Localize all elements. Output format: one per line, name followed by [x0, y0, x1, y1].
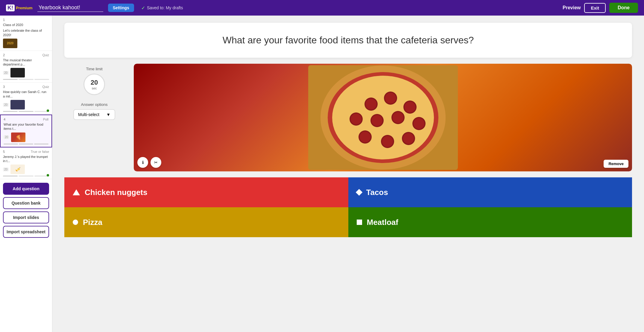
middle-section: Time limit 20 sec Answer options Multi-s…: [64, 64, 632, 171]
slide-num-badge-2: 20: [3, 71, 9, 75]
progress-bars-4: [4, 144, 48, 144]
svg-point-19: [360, 132, 370, 142]
pizza-svg: [308, 65, 458, 170]
slide-title-3: How quickly can Sarah C. run a mil...: [3, 90, 49, 98]
time-limit-label: Time limit: [86, 67, 102, 71]
progress-bars-5: [3, 176, 49, 176]
saved-status-text: Saved to: My drafts: [147, 5, 183, 10]
slide-item-5[interactable]: 5 True or false Jeremy J.'s played the t…: [0, 147, 52, 179]
preview-button[interactable]: Preview: [563, 5, 581, 10]
svg-point-9: [405, 102, 415, 112]
slide-thumb-4: 20 🍕: [4, 133, 48, 142]
top-right-actions: Preview Exit Done: [563, 3, 638, 13]
slide-item-3[interactable]: 3 Quiz How quickly can Sarah C. run a mi…: [0, 83, 52, 115]
answer-box-c[interactable]: Pizza: [64, 207, 348, 237]
slide-num-3: 3: [3, 85, 5, 89]
slide-thumb-1: 2020: [3, 39, 17, 48]
slide-type-2: Quiz: [42, 53, 49, 57]
svg-point-7: [385, 93, 396, 103]
add-question-button[interactable]: Add question: [3, 183, 49, 195]
question-image: ℹ ✂ Remove: [134, 64, 632, 171]
content-area: What are your favorite food items that t…: [52, 16, 644, 332]
progress-bars-3: [3, 111, 49, 112]
slide-num-4: 4: [4, 118, 5, 121]
saved-check-icon: ✓: [141, 5, 145, 11]
answer-options-label: Answer options: [81, 102, 108, 107]
done-button[interactable]: Done: [609, 3, 638, 13]
brand-premium: Premium: [16, 6, 33, 10]
svg-point-13: [372, 115, 382, 126]
time-value: 20: [91, 79, 98, 86]
slide-item-4[interactable]: 4 Poll What are your favorite food items…: [0, 115, 52, 147]
chevron-down-icon: ▼: [106, 112, 110, 117]
slide-type-4: Poll: [43, 118, 48, 121]
slide-num-5: 5: [3, 150, 5, 153]
image-overlay-buttons: ℹ ✂: [137, 157, 161, 168]
slide-num-badge-3: 20: [3, 103, 9, 107]
pizza-image-display: [134, 64, 632, 171]
slide-subtitle-1: Let's celebrate the class of 2020!: [3, 28, 49, 37]
slide-num-1: 1: [3, 18, 49, 22]
svg-point-23: [403, 133, 414, 144]
circle-icon-c: [73, 220, 78, 225]
slide-item-1[interactable]: 1 Class of 2020 Let's celebrate the clas…: [0, 16, 52, 51]
settings-button[interactable]: Settings: [108, 4, 134, 12]
question-text: What are your favorite food items that t…: [223, 35, 474, 45]
question-bank-button[interactable]: Question bank: [3, 197, 49, 209]
top-bar: K! Premium Settings ✓ Saved to: My draft…: [0, 0, 644, 16]
slide-thumb-3: 20: [3, 100, 49, 109]
slide-img-3: [10, 100, 25, 109]
slide-title-5: Jeremy J.'s played the trumpet in t...: [3, 155, 49, 163]
slide-title-2: The musical theater department p...: [3, 58, 49, 67]
svg-point-17: [414, 118, 424, 129]
sidebar-actions: Add question Question bank Import slides…: [0, 183, 52, 238]
slide-item-2[interactable]: 2 Quiz The musical theater department p.…: [0, 51, 52, 83]
answers-grid: Chicken nuggets Tacos Pizza Meatloaf: [64, 177, 632, 237]
brand-logo: K! Premium: [6, 4, 33, 11]
slide-title-4: What are your favorite food items t...: [4, 122, 48, 131]
image-crop-button[interactable]: ✂: [151, 157, 161, 168]
kahoot-title-input[interactable]: [37, 4, 103, 12]
remove-image-button[interactable]: Remove: [604, 160, 628, 168]
slide-img-4: 🍕: [11, 133, 25, 142]
slide-img-2: [10, 68, 25, 77]
import-spreadsheet-button[interactable]: Import spreadsheet: [3, 226, 49, 238]
svg-point-5: [366, 99, 376, 109]
answer-box-a[interactable]: Chicken nuggets: [64, 177, 348, 207]
svg-point-21: [382, 136, 393, 147]
slide-num-badge-5: 20: [3, 167, 9, 171]
answer-type-dropdown[interactable]: Multi-select ▼: [73, 109, 115, 120]
exit-button[interactable]: Exit: [584, 3, 606, 13]
slide-thumb-5: 20 🎺: [3, 165, 49, 174]
svg-point-11: [351, 114, 362, 124]
slide-thumb-2: 20: [3, 68, 49, 77]
saved-status: ✓ Saved to: My drafts: [141, 5, 183, 11]
question-card[interactable]: What are your favorite food items that t…: [64, 23, 632, 58]
time-unit: sec: [92, 86, 97, 90]
time-circle[interactable]: 20 sec: [83, 74, 105, 95]
triangle-icon-a: [73, 189, 80, 195]
answer-text-c: Pizza: [83, 218, 102, 227]
answer-box-b[interactable]: Tacos: [348, 177, 632, 207]
square-icon-d: [357, 220, 362, 225]
time-limit-group: Time limit 20 sec: [64, 67, 124, 95]
answer-type-value: Multi-select: [78, 112, 99, 117]
progress-bars-2: [3, 79, 49, 80]
slide-type-3: Quiz: [42, 85, 49, 89]
answer-text-d: Meatloaf: [367, 218, 398, 227]
answer-text-b: Tacos: [366, 188, 388, 197]
slide-img-5: 🎺: [10, 165, 25, 174]
import-slides-button[interactable]: Import slides: [3, 211, 49, 223]
slide-num-badge-4: 20: [4, 135, 9, 139]
answer-box-d[interactable]: Meatloaf: [348, 207, 632, 237]
svg-point-15: [393, 112, 403, 123]
slide-title-1: Class of 2020: [3, 23, 49, 27]
controls-panel: Time limit 20 sec Answer options Multi-s…: [64, 64, 124, 120]
slide-num-2: 2: [3, 53, 5, 57]
brand-k: K!: [6, 4, 15, 11]
image-info-button[interactable]: ℹ: [137, 157, 148, 168]
main-layout: 1 Class of 2020 Let's celebrate the clas…: [0, 16, 644, 332]
diamond-icon-b: [356, 189, 362, 196]
answer-options-group: Answer options Multi-select ▼: [64, 102, 124, 120]
slide-type-5: True or false: [31, 150, 49, 153]
